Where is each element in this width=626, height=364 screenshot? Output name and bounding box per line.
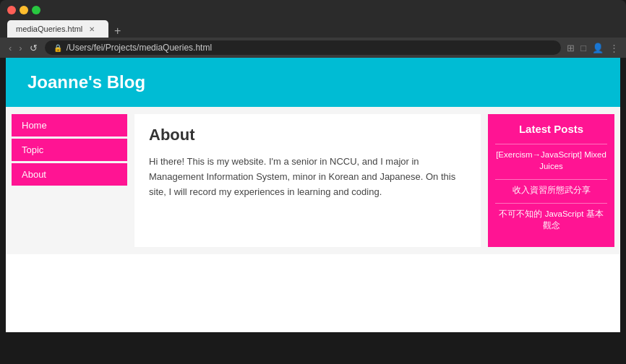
- nav-item-topic[interactable]: Topic: [12, 139, 127, 161]
- browser-actions: ⊞ □ 👤 ⋮: [567, 43, 619, 53]
- post-link-0[interactable]: [Exercism→JavaScript] Mixed Juices: [495, 149, 607, 172]
- lock-icon: 🔒: [53, 44, 62, 52]
- main-content: About Hi there! This is my website. I'm …: [134, 114, 481, 247]
- latest-posts-panel: Latest Posts [Exercism→JavaScript] Mixed…: [488, 114, 614, 247]
- browser-chrome: mediaQueries.html ✕ + ‹ › ↺ 🔒 /Users/fei…: [0, 0, 626, 58]
- blog-body: Home Topic About About Hi there! This is…: [6, 107, 620, 254]
- post-link-1[interactable]: 收入資習所態武分享: [495, 184, 607, 196]
- divider: [495, 203, 607, 204]
- new-tab-button[interactable]: +: [110, 25, 125, 38]
- forward-button[interactable]: ›: [17, 41, 23, 55]
- reload-button[interactable]: ↺: [28, 41, 39, 55]
- profile-icon[interactable]: 👤: [592, 43, 604, 53]
- nav-item-home[interactable]: Home: [12, 114, 127, 136]
- sidebar-nav: Home Topic About: [12, 114, 127, 247]
- page-content: Joanne's Blog Home Topic About About Hi …: [6, 58, 620, 332]
- nav-buttons: ‹ › ↺: [7, 41, 39, 55]
- divider: [495, 179, 607, 180]
- screenshot-icon[interactable]: □: [580, 43, 586, 53]
- tab-title: mediaQueries.html: [16, 25, 82, 33]
- reader-icon[interactable]: ⊞: [567, 43, 575, 53]
- back-button[interactable]: ‹: [7, 41, 13, 55]
- menu-icon[interactable]: ⋮: [609, 43, 619, 53]
- close-button[interactable]: [7, 6, 16, 14]
- about-title: About: [149, 126, 466, 144]
- blog-title: Joanne's Blog: [27, 72, 599, 92]
- latest-posts-title: Latest Posts: [495, 123, 607, 135]
- title-bar: [0, 0, 626, 19]
- url-text: /Users/fei/Projects/mediaQueries.html: [67, 43, 212, 53]
- address-bar: ‹ › ↺ 🔒 /Users/fei/Projects/mediaQueries…: [0, 38, 626, 58]
- traffic-lights: [7, 6, 40, 14]
- about-body: Hi there! This is my website. I'm a seni…: [149, 155, 466, 199]
- divider: [495, 144, 607, 144]
- url-field[interactable]: 🔒 /Users/fei/Projects/mediaQueries.html: [45, 40, 561, 55]
- maximize-button[interactable]: [32, 6, 40, 14]
- browser-window: mediaQueries.html ✕ + ‹ › ↺ 🔒 /Users/fei…: [0, 0, 626, 332]
- tab-bar: mediaQueries.html ✕ +: [0, 20, 626, 38]
- minimize-button[interactable]: [20, 6, 28, 14]
- blog-header: Joanne's Blog: [6, 58, 620, 107]
- tab-close-button[interactable]: ✕: [87, 24, 97, 34]
- nav-item-about[interactable]: About: [12, 163, 127, 186]
- post-link-2[interactable]: 不可不知的 JavaScript 基本觀念: [495, 208, 607, 231]
- active-tab[interactable]: mediaQueries.html ✕: [7, 20, 108, 38]
